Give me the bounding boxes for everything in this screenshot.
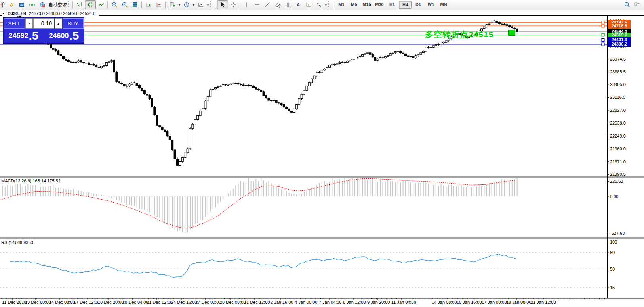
position-marker[interactable] xyxy=(508,30,515,36)
macd-axis-tick: 0.00 xyxy=(610,194,618,199)
periods-dropdown-icon[interactable]: ▾ xyxy=(192,3,196,7)
timeframe-w1[interactable]: W1 xyxy=(425,1,437,8)
volume-decrease-button[interactable]: ▼ xyxy=(25,18,33,29)
templates-dropdown-icon[interactable]: ▾ xyxy=(206,3,210,7)
time-axis-label: 14 Jan 08:00 xyxy=(432,300,457,305)
cursor-icon[interactable] xyxy=(217,0,228,9)
time-axis-label: 17 Dec 12:00 xyxy=(74,300,99,305)
line-handle[interactable] xyxy=(602,34,604,36)
trendline-icon[interactable] xyxy=(262,1,272,9)
time-axis-label: 9 Jan 20:00 xyxy=(367,300,390,305)
timeframe-m1[interactable]: M1 xyxy=(335,1,347,8)
chart-window: ▲ DJ30-,H4 24573.0 24600.0 24569.0 24594… xyxy=(0,10,644,307)
text-label-icon[interactable]: T xyxy=(303,1,314,9)
indicators-add-icon[interactable] xyxy=(167,1,177,9)
indicators-dropdown-icon[interactable]: ▾ xyxy=(177,3,181,7)
equidistant-channel-icon[interactable]: E xyxy=(272,1,283,9)
svg-text:E: E xyxy=(279,6,280,8)
time-axis-label: 2 Jan 16:00 xyxy=(271,300,293,305)
timeframe-mn[interactable]: MN xyxy=(438,1,450,8)
signals-icon[interactable] xyxy=(27,1,37,9)
chat-icon[interactable] xyxy=(632,1,642,9)
svg-text:A: A xyxy=(297,2,300,7)
time-axis-label: 4 Jan 00:00 xyxy=(295,300,318,305)
symbol-period-label: DJ30-,H4 xyxy=(8,11,26,16)
crosshair-icon[interactable] xyxy=(228,1,238,9)
time-axis-label: 28 Dec 08:00 xyxy=(220,300,246,305)
ohlc-values: 24573.0 24600.0 24569.0 24594.0 xyxy=(29,11,95,16)
price-axis-tick: 23405.0 xyxy=(610,82,626,87)
chart-shift-icon[interactable] xyxy=(154,1,164,9)
toolbar-separator xyxy=(165,1,166,8)
time-axis-label: 24 Dec 16:00 xyxy=(171,300,197,305)
line-handle[interactable] xyxy=(602,38,604,41)
line-handle[interactable] xyxy=(602,43,604,46)
svg-text:T: T xyxy=(308,3,310,7)
timeframe-m5[interactable]: M5 xyxy=(348,1,360,8)
one-click-trading-panel: SELL ▼ ▲ BUY 24592 .5 24600 .5 xyxy=(3,17,84,44)
time-axis-label: 15 Jan 16:00 xyxy=(457,300,482,305)
buy-price[interactable]: 24600 .5 xyxy=(44,29,84,42)
time-axis-label: 21 Jan 12:00 xyxy=(531,300,556,305)
time-axis-label: 13 Dec 00:00 xyxy=(25,300,51,305)
auto-scroll-icon[interactable] xyxy=(143,1,154,9)
toolbar-separator xyxy=(333,1,334,8)
collapse-icon[interactable]: ▲ xyxy=(2,12,5,15)
price-axis-tick: 22249.0 xyxy=(610,134,626,138)
text-icon[interactable]: A xyxy=(293,1,303,9)
sell-price[interactable]: 24592 .5 xyxy=(4,29,43,42)
line-price-label: 24718.8 xyxy=(608,23,631,29)
search-icon[interactable] xyxy=(622,1,632,9)
fibonacci-icon[interactable]: F xyxy=(283,1,293,9)
price-axis-tick: 21960.0 xyxy=(610,146,626,151)
line-handle[interactable] xyxy=(602,21,604,24)
time-axis-label: 31 Dec 12:00 xyxy=(244,300,270,305)
periods-clock-icon[interactable] xyxy=(181,1,192,9)
auto-trading-icon[interactable] xyxy=(37,1,48,9)
buy-button[interactable]: BUY xyxy=(63,18,84,29)
templates-icon[interactable] xyxy=(196,1,206,9)
zoom-in-icon[interactable] xyxy=(109,1,120,9)
auto-trading-label[interactable]: 自动交易 xyxy=(48,2,67,8)
line-price-label: 24306.2 xyxy=(608,42,631,47)
timeframe-d1[interactable]: D1 xyxy=(412,1,424,8)
time-axis-label: 11 Dec 2018 xyxy=(2,300,27,305)
timeframe-h1[interactable]: H1 xyxy=(386,1,398,8)
toolbar-grip xyxy=(68,1,70,8)
arrows-objects-icon[interactable] xyxy=(314,1,324,9)
tile-windows-icon[interactable] xyxy=(130,1,140,9)
bar-chart-icon[interactable] xyxy=(74,1,85,9)
time-axis-label: 17 Jan 00:00 xyxy=(482,300,507,305)
price-axis-tick: 21671.0 xyxy=(610,159,626,164)
sell-button[interactable]: SELL xyxy=(4,18,25,29)
price-axis-tick: 23974.5 xyxy=(610,57,626,61)
vertical-line-icon[interactable] xyxy=(242,1,252,9)
horizontal-line-icon[interactable] xyxy=(252,1,262,9)
volume-input[interactable] xyxy=(33,18,54,29)
window-top-edge xyxy=(0,10,644,10)
toolbar-separator xyxy=(240,1,240,8)
time-axis-label: 11 Jan 04:00 xyxy=(391,300,416,305)
line-chart-icon[interactable] xyxy=(96,1,106,9)
chart-canvas[interactable] xyxy=(0,10,644,307)
macd-axis-tick: 225.63 xyxy=(610,179,623,184)
arrows-dropdown-icon[interactable]: ▾ xyxy=(324,3,328,7)
zoom-out-icon[interactable] xyxy=(120,1,130,9)
rsi-line xyxy=(10,254,516,278)
chart-annotation-text[interactable]: 多空转折点24515 xyxy=(425,29,493,40)
timeframe-m30[interactable]: M30 xyxy=(373,1,385,8)
time-axis-label: 18 Jan 08:00 xyxy=(506,300,532,305)
timeframe-m15[interactable]: M15 xyxy=(361,1,373,8)
time-axis-label: 14 Dec 08:00 xyxy=(49,300,75,305)
new-order-icon[interactable] xyxy=(6,1,17,9)
line-handle[interactable] xyxy=(602,25,604,27)
new-order-label[interactable]: 单 xyxy=(0,1,6,8)
terminal-window-icon[interactable] xyxy=(17,1,27,9)
toolbar-separator xyxy=(141,1,142,8)
candlestick-chart-icon[interactable] xyxy=(85,0,96,9)
timeframe-h4[interactable]: H4 xyxy=(399,1,412,9)
toolbar: 单 自动交易 ▾ ▾ ▾ E F A T ▾ xyxy=(0,0,644,10)
rsi-axis-tick: 15 xyxy=(610,285,615,290)
rsi-axis-tick: 50 xyxy=(610,267,615,271)
volume-increase-button[interactable]: ▲ xyxy=(55,18,62,29)
